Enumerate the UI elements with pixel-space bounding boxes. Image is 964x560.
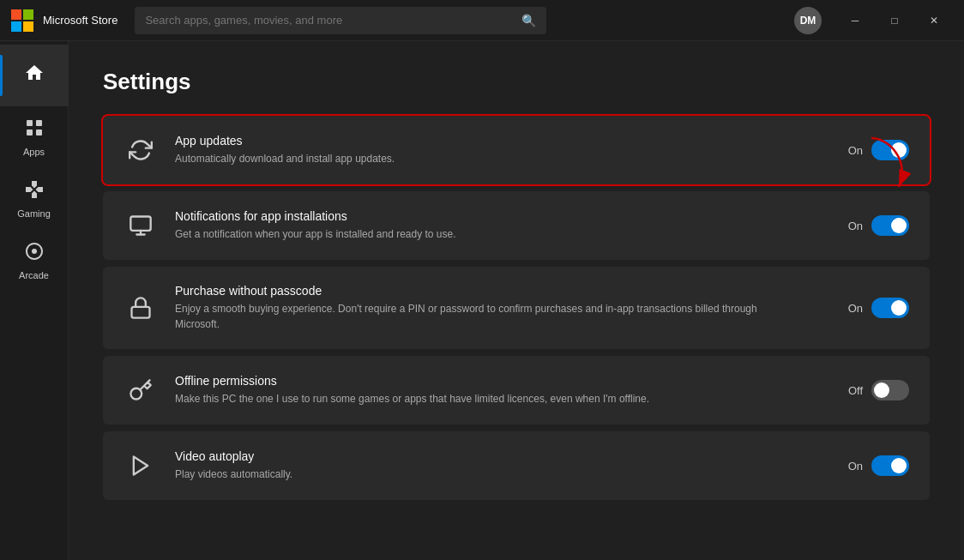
maximize-button[interactable]: □	[875, 7, 914, 34]
svg-rect-12	[132, 307, 150, 318]
sidebar-gaming-label: Gaming	[17, 208, 51, 219]
video-autoplay-text: Video autoplay Play videos automatically…	[175, 449, 831, 482]
search-bar[interactable]: 🔍	[135, 7, 546, 34]
notifications-status: On	[848, 220, 863, 232]
svg-rect-0	[11, 9, 21, 20]
passcode-toggle[interactable]	[871, 298, 909, 318]
passcode-control: On	[848, 298, 909, 318]
notifications-control: On	[848, 215, 909, 236]
offline-status: Off	[848, 384, 863, 397]
notifications-title: Notifications for app installations	[175, 209, 831, 223]
notification-icon	[124, 208, 158, 243]
minimize-button[interactable]: ─	[835, 7, 875, 34]
app-updates-text: App updates Automatically download and i…	[175, 134, 831, 166]
svg-marker-13	[134, 457, 148, 475]
titlebar: Microsoft Store 🔍 DM ─ □ ✕	[0, 0, 964, 41]
app-updates-toggle[interactable]	[871, 140, 909, 160]
content-area: Settings App updates Automatically downl…	[69, 41, 964, 560]
passcode-toggle-thumb	[891, 300, 907, 316]
settings-row-notifications: Notifications for app installations Get …	[103, 191, 930, 260]
avatar[interactable]: DM	[794, 7, 822, 34]
svg-rect-2	[11, 21, 21, 32]
offline-text: Offline permissions Make this PC the one…	[175, 374, 831, 406]
svg-rect-9	[130, 217, 150, 231]
sidebar-apps-label: Apps	[23, 147, 45, 157]
sidebar-item-apps[interactable]: Apps	[0, 106, 69, 168]
sidebar-arcade-label: Arcade	[19, 270, 49, 280]
search-input[interactable]	[145, 14, 516, 27]
video-autoplay-toggle-thumb	[891, 458, 907, 473]
settings-row-offline: Offline permissions Make this PC the one…	[103, 356, 930, 425]
sidebar: Apps Gaming Arcade	[0, 41, 69, 560]
app-title: Microsoft Store	[43, 14, 117, 27]
lock-icon	[124, 291, 158, 325]
svg-rect-6	[27, 129, 33, 135]
notifications-toggle-thumb	[891, 218, 907, 233]
svg-rect-4	[27, 120, 33, 126]
svg-rect-1	[23, 9, 33, 20]
passcode-status: On	[848, 302, 863, 315]
video-autoplay-status: On	[848, 460, 863, 473]
notifications-text: Notifications for app installations Get …	[175, 209, 831, 242]
app-updates-toggle-thumb	[891, 142, 907, 158]
main-layout: Apps Gaming Arcade Settings	[0, 41, 964, 560]
sidebar-item-gaming[interactable]: Gaming	[0, 168, 69, 230]
video-autoplay-control: On	[848, 455, 909, 476]
notifications-toggle[interactable]	[871, 215, 909, 236]
offline-desc: Make this PC the one I use to run some g…	[175, 391, 775, 406]
refresh-icon	[124, 133, 158, 167]
arcade-icon	[24, 241, 45, 267]
close-button[interactable]: ✕	[914, 7, 954, 34]
app-updates-control: On	[848, 140, 909, 160]
notifications-desc: Get a notification when your app is inst…	[175, 226, 775, 242]
settings-row-app-updates: App updates Automatically download and i…	[103, 116, 930, 184]
passcode-text: Purchase without passcode Enjoy a smooth…	[175, 284, 831, 332]
svg-rect-5	[36, 120, 42, 126]
home-icon	[24, 63, 45, 88]
search-icon: 🔍	[521, 14, 536, 27]
svg-rect-3	[23, 21, 33, 32]
offline-toggle[interactable]	[871, 380, 909, 400]
sidebar-item-arcade[interactable]: Arcade	[0, 230, 69, 292]
sidebar-item-home[interactable]	[0, 45, 69, 106]
settings-row-video-autoplay: Video autoplay Play videos automatically…	[103, 431, 930, 500]
apps-icon	[24, 117, 45, 143]
video-autoplay-desc: Play videos automatically.	[175, 467, 775, 482]
svg-point-8	[32, 249, 37, 254]
passcode-desc: Enjoy a smooth buying experience. Don't …	[175, 301, 775, 332]
key-icon	[124, 373, 158, 407]
offline-toggle-thumb	[874, 382, 889, 398]
app-updates-status: On	[848, 144, 863, 157]
gaming-icon	[24, 179, 45, 205]
page-title: Settings	[103, 69, 930, 95]
passcode-title: Purchase without passcode	[175, 284, 831, 298]
app-updates-title: App updates	[175, 134, 831, 148]
offline-title: Offline permissions	[175, 374, 831, 388]
window-controls: ─ □ ✕	[835, 7, 954, 34]
video-autoplay-toggle[interactable]	[871, 455, 909, 476]
play-icon	[124, 449, 158, 483]
offline-control: Off	[848, 380, 909, 400]
video-autoplay-title: Video autoplay	[175, 449, 831, 463]
settings-row-passcode: Purchase without passcode Enjoy a smooth…	[103, 267, 930, 349]
svg-rect-7	[36, 129, 42, 135]
app-updates-desc: Automatically download and install app u…	[175, 151, 775, 166]
app-logo	[10, 9, 34, 33]
